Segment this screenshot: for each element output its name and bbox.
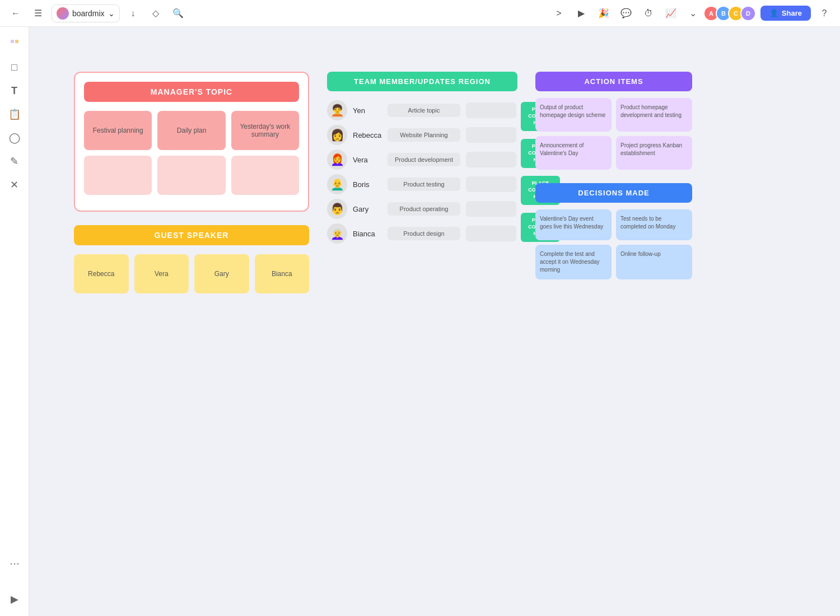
sidebar-presentation-button[interactable]: ▶ bbox=[4, 589, 25, 609]
name-yen: Yen bbox=[353, 106, 382, 115]
action-card-3[interactable]: Announcement of Valentine's Day bbox=[535, 136, 612, 170]
action-header: ACTION ITEMS bbox=[535, 72, 692, 91]
brand-chevron: ⌄ bbox=[108, 9, 115, 18]
bar-yen bbox=[466, 102, 516, 118]
managers-header: MANAGER'S TOPIC bbox=[84, 82, 299, 102]
bar-rebecca bbox=[466, 127, 516, 143]
brand-logo[interactable]: boardmix ⌄ bbox=[52, 4, 120, 22]
avatar-gary: 👨 bbox=[327, 199, 347, 219]
help-button[interactable]: ? bbox=[815, 4, 833, 22]
managers-panel: MANAGER'S TOPIC Festival planning Daily … bbox=[74, 72, 309, 212]
name-bianca: Bianca bbox=[353, 230, 382, 238]
sidebar-text-tool[interactable]: T bbox=[4, 81, 25, 101]
play-icon[interactable]: ▶ bbox=[572, 4, 590, 22]
name-rebecca: Rebecca bbox=[353, 131, 382, 139]
sidebar-connector-tool[interactable]: ✕ bbox=[4, 175, 25, 195]
guest-card-rebecca[interactable]: Rebecca bbox=[74, 254, 129, 293]
decision-card-1[interactable]: Valentine's Day event goes live this Wed… bbox=[535, 209, 612, 240]
avatar-boris: 👨‍🦲 bbox=[327, 174, 347, 194]
decisions-cards: Valentine's Day event goes live this Wed… bbox=[535, 209, 692, 279]
search-button[interactable]: 🔍 bbox=[169, 4, 187, 22]
brand-icon bbox=[57, 7, 69, 20]
decision-card-2[interactable]: Test needs to be completed on Monday bbox=[616, 209, 692, 240]
sidebar-more-button[interactable]: ⋯ bbox=[4, 553, 25, 573]
brand-name: boardmix bbox=[72, 9, 105, 18]
name-boris: Boris bbox=[353, 180, 382, 189]
avatar-4: D bbox=[740, 6, 756, 21]
sidebar-select-tool[interactable]: □ bbox=[4, 57, 25, 77]
toolbar: ← ☰ boardmix ⌄ ↓ ◇ 🔍 > ▶ 🎉 💬 ⏱ 📈 ⌄ A B C… bbox=[0, 0, 840, 27]
guest-card-gary[interactable]: Gary bbox=[194, 254, 249, 293]
share-label: Share bbox=[782, 9, 802, 17]
topic-card-yesterday[interactable]: Yesterday's work summary bbox=[231, 111, 299, 150]
avatar-bianca: 👩‍🦳 bbox=[327, 223, 347, 244]
sidebar-pen-tool[interactable]: ✎ bbox=[4, 151, 25, 171]
share-button[interactable]: 👤 Share bbox=[760, 6, 811, 21]
decisions-header: DECISIONS MADE bbox=[535, 183, 692, 203]
managers-cards: Festival planning Daily plan Yesterday's… bbox=[84, 111, 299, 195]
action-panel: ACTION ITEMS Output of product homepage … bbox=[535, 72, 692, 293]
action-card-1[interactable]: Output of product homepage design scheme bbox=[535, 98, 612, 132]
team-row-rebecca: 👩 Rebecca Website Planning bbox=[327, 125, 516, 145]
avatar-vera: 👩‍🦰 bbox=[327, 150, 347, 170]
team-row-vera: 👩‍🦰 Vera Product development bbox=[327, 150, 516, 170]
svg-rect-1 bbox=[15, 40, 18, 43]
action-card-2[interactable]: Product homepage development and testing bbox=[616, 98, 692, 132]
guest-cards: Rebecca Vera Gary Bianca bbox=[74, 254, 309, 293]
avatar-yen: 🧑‍🦱 bbox=[327, 100, 347, 120]
action-card-4[interactable]: Project progress Kanban establishment bbox=[616, 136, 692, 170]
chart-icon[interactable]: 📈 bbox=[662, 4, 680, 22]
team-row-bianca: 👩‍🦳 Bianca Product design bbox=[327, 223, 516, 244]
guest-card-vera[interactable]: Vera bbox=[134, 254, 189, 293]
back-button[interactable]: ← bbox=[7, 4, 25, 22]
comment-icon[interactable]: 💬 bbox=[617, 4, 635, 22]
topic-card-festival[interactable]: Festival planning bbox=[84, 111, 152, 150]
toolbar-right: > ▶ 🎉 💬 ⏱ 📈 ⌄ A B C D 👤 Share ? bbox=[550, 4, 833, 22]
more-toolbar-icon[interactable]: ⌄ bbox=[684, 4, 702, 22]
share-icon: 👤 bbox=[769, 9, 778, 17]
sidebar-frame-tool[interactable] bbox=[4, 34, 25, 54]
timer-icon[interactable]: ⏱ bbox=[640, 4, 657, 22]
topic-card-empty-1[interactable] bbox=[84, 156, 152, 195]
confetti-icon[interactable]: 🎉 bbox=[595, 4, 613, 22]
bar-boris bbox=[466, 176, 516, 192]
canvas[interactable]: MANAGER'S TOPIC Festival planning Daily … bbox=[29, 27, 840, 616]
action-cards: Output of product homepage design scheme… bbox=[535, 98, 692, 170]
board: MANAGER'S TOPIC Festival planning Daily … bbox=[74, 72, 692, 293]
name-vera: Vera bbox=[353, 156, 382, 164]
left-column: MANAGER'S TOPIC Festival planning Daily … bbox=[74, 72, 309, 293]
team-content: 🧑‍🦱 Yen Article topic 👩 Rebecca Website … bbox=[327, 100, 517, 244]
sidebar: □ T 📋 ◯ ✎ ✕ ⋯ ▶ bbox=[0, 27, 29, 616]
task-rebecca: Website Planning bbox=[388, 128, 460, 142]
topic-card-empty-2[interactable] bbox=[157, 156, 225, 195]
frame-icon bbox=[9, 38, 20, 49]
decision-card-4[interactable]: Online follow-up bbox=[616, 245, 692, 279]
team-panel: TEAM MEMBER/UPDATES REGION 🧑‍🦱 Yen Artic… bbox=[327, 72, 517, 293]
bar-gary bbox=[466, 201, 516, 217]
bar-vera bbox=[466, 152, 516, 167]
team-row-boris: 👨‍🦲 Boris Product testing bbox=[327, 174, 516, 194]
task-yen: Article topic bbox=[388, 104, 460, 117]
chevron-right-icon[interactable]: > bbox=[550, 4, 568, 22]
topic-card-daily[interactable]: Daily plan bbox=[157, 111, 225, 150]
sidebar-sticky-tool[interactable]: 📋 bbox=[4, 104, 25, 124]
guest-card-bianca[interactable]: Bianca bbox=[255, 254, 310, 293]
bar-bianca bbox=[466, 226, 516, 241]
task-gary: Product operating bbox=[388, 202, 460, 216]
guest-header: GUEST SPEAKER bbox=[74, 225, 309, 245]
avatar-group: A B C D bbox=[707, 6, 756, 21]
team-rows: 🧑‍🦱 Yen Article topic 👩 Rebecca Website … bbox=[327, 100, 516, 244]
menu-button[interactable]: ☰ bbox=[29, 4, 47, 22]
team-row-yen: 🧑‍🦱 Yen Article topic bbox=[327, 100, 516, 120]
download-button[interactable]: ↓ bbox=[124, 4, 142, 22]
sidebar-shape-tool[interactable]: ◯ bbox=[4, 128, 25, 148]
name-gary: Gary bbox=[353, 205, 382, 213]
task-vera: Product development bbox=[388, 153, 460, 166]
task-boris: Product testing bbox=[388, 178, 460, 191]
task-bianca: Product design bbox=[388, 227, 460, 240]
svg-rect-0 bbox=[11, 40, 14, 43]
decision-card-3[interactable]: Complete the test and accept it on Wedne… bbox=[535, 245, 612, 279]
topic-card-empty-3[interactable] bbox=[231, 156, 299, 195]
guest-panel: GUEST SPEAKER Rebecca Vera Gary Bianca bbox=[74, 225, 309, 293]
tag-button[interactable]: ◇ bbox=[147, 4, 165, 22]
